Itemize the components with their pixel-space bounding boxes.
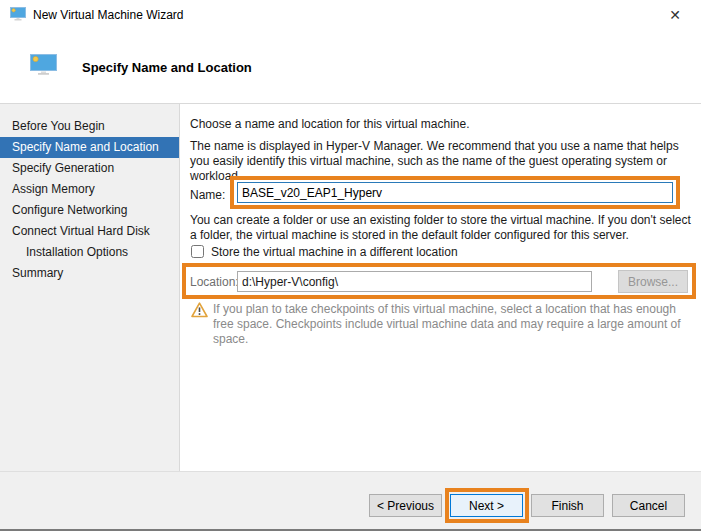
vm-monitor-icon [10, 7, 26, 24]
cancel-button[interactable]: Cancel [612, 494, 685, 517]
sidebar-item-before-you-begin[interactable]: Before You Begin [0, 116, 179, 137]
wizard-header: Specify Name and Location [0, 30, 701, 103]
location-input[interactable] [237, 271, 592, 292]
sidebar-item-connect-virtual-hard-disk[interactable]: Connect Virtual Hard Disk [0, 221, 179, 242]
vm-name-input[interactable] [237, 182, 673, 203]
vm-monitor-icon-large [30, 54, 57, 79]
page-title: Specify Name and Location [82, 60, 252, 75]
different-location-checkbox[interactable] [191, 245, 204, 258]
sidebar-item-configure-networking[interactable]: Configure Networking [0, 200, 179, 221]
name-help-text: The name is displayed in Hyper-V Manager… [190, 139, 690, 184]
folder-help-text: You can create a folder or use an existi… [190, 213, 695, 243]
next-button[interactable]: Next > [450, 494, 523, 517]
sidebar-item-specify-name-and-location[interactable]: Specify Name and Location [0, 137, 179, 158]
sidebar-item-specify-generation[interactable]: Specify Generation [0, 158, 179, 179]
window-title: New Virtual Machine Wizard [33, 8, 184, 22]
different-location-checkbox-label: Store the virtual machine in a different… [211, 245, 458, 259]
previous-button[interactable]: < Previous [369, 494, 442, 517]
close-icon[interactable]: ✕ [657, 0, 693, 30]
sidebar-item-assign-memory[interactable]: Assign Memory [0, 179, 179, 200]
checkpoint-warning-text: If you plan to take checkpoints of this … [213, 302, 695, 347]
warning-triangle-icon [191, 302, 208, 321]
wizard-steps-sidebar: Before You Begin Specify Name and Locati… [0, 104, 180, 471]
browse-button[interactable]: Browse... [618, 270, 688, 293]
sidebar-item-summary[interactable]: Summary [0, 263, 179, 284]
wizard-content: Choose a name and location for this virt… [190, 104, 695, 471]
new-vm-wizard-window: New Virtual Machine Wizard ✕ Specify Nam… [0, 0, 701, 531]
footer-button-bar: < Previous Next > Finish Cancel [0, 472, 701, 529]
finish-button[interactable]: Finish [531, 494, 604, 517]
location-label: Location: [190, 275, 239, 289]
title-bar: New Virtual Machine Wizard ✕ [0, 0, 701, 30]
intro-text: Choose a name and location for this virt… [190, 117, 690, 132]
name-label: Name: [190, 188, 225, 202]
sidebar-item-installation-options[interactable]: Installation Options [0, 242, 179, 263]
